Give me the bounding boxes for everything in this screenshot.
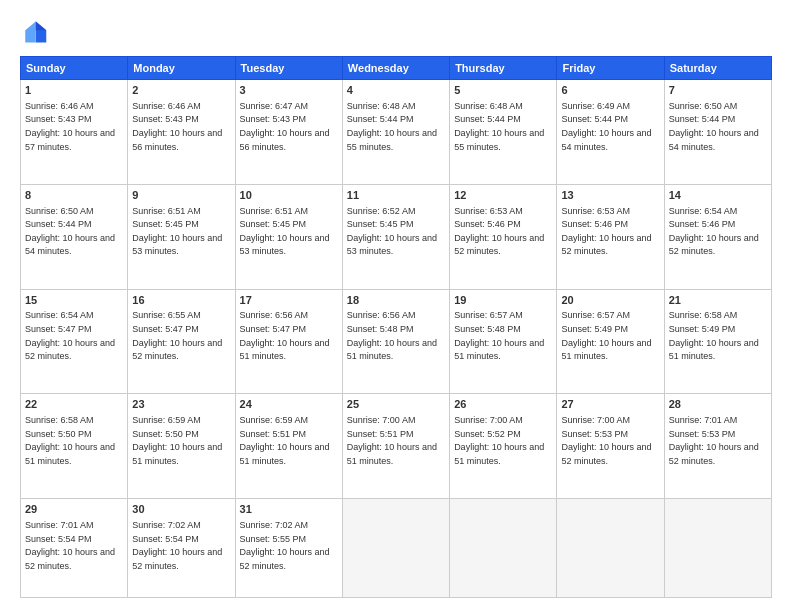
day-detail: Sunrise: 6:59 AMSunset: 5:51 PMDaylight:… — [240, 415, 330, 466]
day-detail: Sunrise: 6:51 AMSunset: 5:45 PMDaylight:… — [240, 206, 330, 257]
day-detail: Sunrise: 7:02 AMSunset: 5:54 PMDaylight:… — [132, 520, 222, 571]
calendar-cell — [342, 499, 449, 598]
calendar-week-3: 15Sunrise: 6:54 AMSunset: 5:47 PMDayligh… — [21, 289, 772, 394]
calendar-cell: 19Sunrise: 6:57 AMSunset: 5:48 PMDayligh… — [450, 289, 557, 394]
day-number: 7 — [669, 83, 767, 98]
svg-marker-1 — [25, 22, 36, 43]
day-detail: Sunrise: 6:54 AMSunset: 5:46 PMDaylight:… — [669, 206, 759, 257]
day-detail: Sunrise: 6:48 AMSunset: 5:44 PMDaylight:… — [454, 101, 544, 152]
day-number: 24 — [240, 397, 338, 412]
calendar-cell: 25Sunrise: 7:00 AMSunset: 5:51 PMDayligh… — [342, 394, 449, 499]
calendar-cell: 29Sunrise: 7:01 AMSunset: 5:54 PMDayligh… — [21, 499, 128, 598]
calendar-cell: 7Sunrise: 6:50 AMSunset: 5:44 PMDaylight… — [664, 80, 771, 185]
day-number: 3 — [240, 83, 338, 98]
calendar-table: SundayMondayTuesdayWednesdayThursdayFrid… — [20, 56, 772, 598]
day-detail: Sunrise: 6:59 AMSunset: 5:50 PMDaylight:… — [132, 415, 222, 466]
day-detail: Sunrise: 6:51 AMSunset: 5:45 PMDaylight:… — [132, 206, 222, 257]
day-detail: Sunrise: 6:55 AMSunset: 5:47 PMDaylight:… — [132, 310, 222, 361]
day-number: 18 — [347, 293, 445, 308]
day-number: 25 — [347, 397, 445, 412]
calendar-cell: 28Sunrise: 7:01 AMSunset: 5:53 PMDayligh… — [664, 394, 771, 499]
calendar-cell: 5Sunrise: 6:48 AMSunset: 5:44 PMDaylight… — [450, 80, 557, 185]
day-number: 9 — [132, 188, 230, 203]
calendar-cell: 22Sunrise: 6:58 AMSunset: 5:50 PMDayligh… — [21, 394, 128, 499]
calendar-cell: 3Sunrise: 6:47 AMSunset: 5:43 PMDaylight… — [235, 80, 342, 185]
calendar-cell — [557, 499, 664, 598]
day-detail: Sunrise: 6:57 AMSunset: 5:48 PMDaylight:… — [454, 310, 544, 361]
calendar-cell — [664, 499, 771, 598]
day-number: 13 — [561, 188, 659, 203]
calendar-cell: 2Sunrise: 6:46 AMSunset: 5:43 PMDaylight… — [128, 80, 235, 185]
day-detail: Sunrise: 6:50 AMSunset: 5:44 PMDaylight:… — [25, 206, 115, 257]
weekday-header-thursday: Thursday — [450, 57, 557, 80]
day-number: 23 — [132, 397, 230, 412]
day-number: 2 — [132, 83, 230, 98]
header — [20, 18, 772, 46]
calendar-cell: 12Sunrise: 6:53 AMSunset: 5:46 PMDayligh… — [450, 184, 557, 289]
calendar-week-1: 1Sunrise: 6:46 AMSunset: 5:43 PMDaylight… — [21, 80, 772, 185]
weekday-header-tuesday: Tuesday — [235, 57, 342, 80]
day-number: 14 — [669, 188, 767, 203]
day-number: 16 — [132, 293, 230, 308]
day-number: 11 — [347, 188, 445, 203]
weekday-header-friday: Friday — [557, 57, 664, 80]
day-number: 4 — [347, 83, 445, 98]
day-number: 28 — [669, 397, 767, 412]
calendar-cell: 13Sunrise: 6:53 AMSunset: 5:46 PMDayligh… — [557, 184, 664, 289]
calendar-cell: 27Sunrise: 7:00 AMSunset: 5:53 PMDayligh… — [557, 394, 664, 499]
day-detail: Sunrise: 6:47 AMSunset: 5:43 PMDaylight:… — [240, 101, 330, 152]
day-detail: Sunrise: 6:53 AMSunset: 5:46 PMDaylight:… — [561, 206, 651, 257]
calendar-cell: 4Sunrise: 6:48 AMSunset: 5:44 PMDaylight… — [342, 80, 449, 185]
day-number: 26 — [454, 397, 552, 412]
calendar-cell: 26Sunrise: 7:00 AMSunset: 5:52 PMDayligh… — [450, 394, 557, 499]
day-detail: Sunrise: 6:53 AMSunset: 5:46 PMDaylight:… — [454, 206, 544, 257]
weekday-header-wednesday: Wednesday — [342, 57, 449, 80]
calendar-cell — [450, 499, 557, 598]
logo-icon — [20, 18, 48, 46]
day-number: 30 — [132, 502, 230, 517]
calendar-cell: 30Sunrise: 7:02 AMSunset: 5:54 PMDayligh… — [128, 499, 235, 598]
weekday-header-row: SundayMondayTuesdayWednesdayThursdayFrid… — [21, 57, 772, 80]
weekday-header-sunday: Sunday — [21, 57, 128, 80]
day-detail: Sunrise: 6:56 AMSunset: 5:48 PMDaylight:… — [347, 310, 437, 361]
weekday-header-monday: Monday — [128, 57, 235, 80]
calendar-week-4: 22Sunrise: 6:58 AMSunset: 5:50 PMDayligh… — [21, 394, 772, 499]
day-detail: Sunrise: 6:52 AMSunset: 5:45 PMDaylight:… — [347, 206, 437, 257]
day-number: 10 — [240, 188, 338, 203]
day-detail: Sunrise: 6:58 AMSunset: 5:50 PMDaylight:… — [25, 415, 115, 466]
day-detail: Sunrise: 7:00 AMSunset: 5:53 PMDaylight:… — [561, 415, 651, 466]
day-number: 31 — [240, 502, 338, 517]
calendar-cell: 15Sunrise: 6:54 AMSunset: 5:47 PMDayligh… — [21, 289, 128, 394]
day-number: 20 — [561, 293, 659, 308]
calendar-cell: 24Sunrise: 6:59 AMSunset: 5:51 PMDayligh… — [235, 394, 342, 499]
day-detail: Sunrise: 6:57 AMSunset: 5:49 PMDaylight:… — [561, 310, 651, 361]
day-number: 21 — [669, 293, 767, 308]
day-detail: Sunrise: 6:49 AMSunset: 5:44 PMDaylight:… — [561, 101, 651, 152]
weekday-header-saturday: Saturday — [664, 57, 771, 80]
day-number: 27 — [561, 397, 659, 412]
calendar-cell: 10Sunrise: 6:51 AMSunset: 5:45 PMDayligh… — [235, 184, 342, 289]
calendar-cell: 8Sunrise: 6:50 AMSunset: 5:44 PMDaylight… — [21, 184, 128, 289]
calendar-cell: 20Sunrise: 6:57 AMSunset: 5:49 PMDayligh… — [557, 289, 664, 394]
day-detail: Sunrise: 6:46 AMSunset: 5:43 PMDaylight:… — [25, 101, 115, 152]
day-number: 17 — [240, 293, 338, 308]
day-number: 6 — [561, 83, 659, 98]
calendar-cell: 6Sunrise: 6:49 AMSunset: 5:44 PMDaylight… — [557, 80, 664, 185]
calendar-week-2: 8Sunrise: 6:50 AMSunset: 5:44 PMDaylight… — [21, 184, 772, 289]
page: SundayMondayTuesdayWednesdayThursdayFrid… — [0, 0, 792, 612]
day-detail: Sunrise: 7:01 AMSunset: 5:53 PMDaylight:… — [669, 415, 759, 466]
calendar-cell: 18Sunrise: 6:56 AMSunset: 5:48 PMDayligh… — [342, 289, 449, 394]
day-number: 15 — [25, 293, 123, 308]
day-detail: Sunrise: 6:50 AMSunset: 5:44 PMDaylight:… — [669, 101, 759, 152]
calendar-cell: 11Sunrise: 6:52 AMSunset: 5:45 PMDayligh… — [342, 184, 449, 289]
svg-marker-2 — [36, 22, 47, 31]
calendar-cell: 23Sunrise: 6:59 AMSunset: 5:50 PMDayligh… — [128, 394, 235, 499]
day-detail: Sunrise: 7:01 AMSunset: 5:54 PMDaylight:… — [25, 520, 115, 571]
day-detail: Sunrise: 6:58 AMSunset: 5:49 PMDaylight:… — [669, 310, 759, 361]
calendar-cell: 1Sunrise: 6:46 AMSunset: 5:43 PMDaylight… — [21, 80, 128, 185]
calendar-cell: 9Sunrise: 6:51 AMSunset: 5:45 PMDaylight… — [128, 184, 235, 289]
day-detail: Sunrise: 6:46 AMSunset: 5:43 PMDaylight:… — [132, 101, 222, 152]
calendar-cell: 16Sunrise: 6:55 AMSunset: 5:47 PMDayligh… — [128, 289, 235, 394]
calendar-cell: 31Sunrise: 7:02 AMSunset: 5:55 PMDayligh… — [235, 499, 342, 598]
day-number: 12 — [454, 188, 552, 203]
